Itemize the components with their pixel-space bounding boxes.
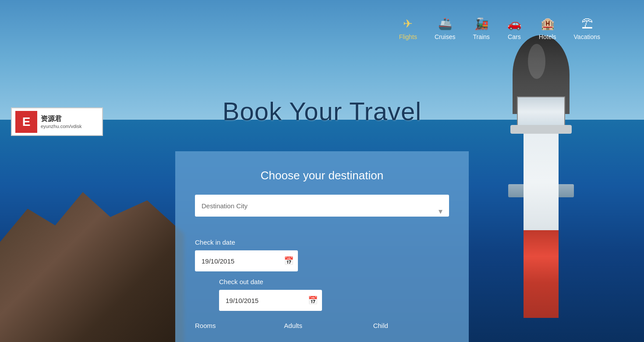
nav-item-trains[interactable]: 🚂 Trains xyxy=(464,13,498,45)
cruises-icon: 🚢 xyxy=(438,17,452,31)
adults-group: Adults xyxy=(284,322,360,333)
panel-title: Choose your destination xyxy=(195,169,449,182)
flights-label: Flights xyxy=(399,33,417,40)
vacations-icon: ⛱ xyxy=(581,17,593,31)
child-group: Child xyxy=(373,322,449,333)
checkout-section: Check out date 📅 xyxy=(219,278,449,311)
nav-item-hotels[interactable]: 🏨 Hotels xyxy=(530,13,565,45)
destination-wrapper: Destination City ▾ xyxy=(195,195,449,228)
nav-item-cruises[interactable]: 🚢 Cruises xyxy=(426,13,464,45)
checkout-label: Check out date xyxy=(219,278,449,285)
checkin-input-wrapper: 📅 xyxy=(195,250,298,271)
destination-select[interactable]: Destination City xyxy=(195,195,449,217)
navbar: ✈ Flights 🚢 Cruises 🚂 Trains 🚗 Cars 🏨 Ho… xyxy=(0,0,644,57)
checkout-input-wrapper: 📅 xyxy=(219,290,322,311)
trains-icon: 🚂 xyxy=(474,17,488,31)
adults-label: Adults xyxy=(284,322,360,329)
page-title: Book Your Travel xyxy=(0,96,644,126)
nav-item-flights[interactable]: ✈ Flights xyxy=(390,13,426,45)
cars-label: Cars xyxy=(508,33,521,40)
nav-item-vacations[interactable]: ⛱ Vacations xyxy=(565,13,609,45)
nav-item-cars[interactable]: 🚗 Cars xyxy=(499,13,530,45)
checkin-label: Check in date xyxy=(195,239,449,246)
cars-icon: 🚗 xyxy=(507,17,521,31)
vacations-label: Vacations xyxy=(574,33,600,40)
child-label: Child xyxy=(373,322,449,329)
lighthouse-body-white xyxy=(524,134,559,230)
lighthouse xyxy=(508,35,578,333)
cruises-label: Cruises xyxy=(435,33,455,40)
flights-icon: ✈ xyxy=(403,17,413,31)
rooms-group: Rooms xyxy=(195,322,271,333)
hotels-icon: 🏨 xyxy=(541,17,555,31)
guests-row: Rooms Adults Child xyxy=(195,322,449,333)
trains-label: Trains xyxy=(473,33,489,40)
nav-items: ✈ Flights 🚢 Cruises 🚂 Trains 🚗 Cars 🏨 Ho… xyxy=(390,13,609,45)
lighthouse-body-red xyxy=(524,230,559,318)
checkin-section: Check in date 📅 xyxy=(195,239,449,271)
checkin-input[interactable] xyxy=(195,250,298,271)
rooms-label: Rooms xyxy=(195,322,271,329)
booking-panel: Choose your destination Destination City… xyxy=(175,151,469,342)
lighthouse-gallery xyxy=(510,125,572,134)
checkout-input[interactable] xyxy=(219,290,322,311)
hotels-label: Hotels xyxy=(539,33,556,40)
